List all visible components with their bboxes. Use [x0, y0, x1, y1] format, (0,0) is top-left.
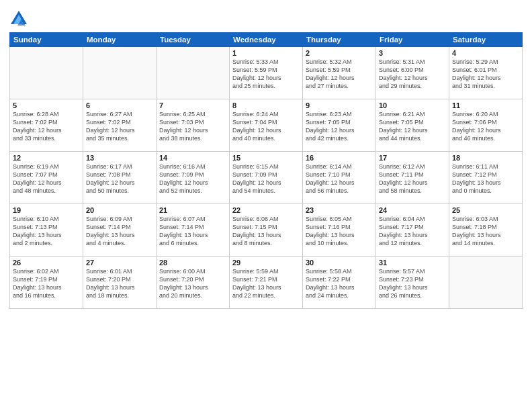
day-number: 11 — [452, 101, 519, 109]
day-number: 9 — [306, 101, 373, 109]
day-number: 18 — [452, 154, 519, 162]
calendar-cell — [83, 47, 157, 99]
day-info: Sunrise: 5:57 AM Sunset: 7:23 PM Dayligh… — [379, 267, 446, 300]
day-info: Sunrise: 6:10 AM Sunset: 7:13 PM Dayligh… — [13, 215, 80, 248]
day-number: 17 — [379, 154, 446, 162]
day-number: 23 — [306, 206, 373, 214]
calendar-cell: 14Sunrise: 6:16 AM Sunset: 7:09 PM Dayli… — [157, 152, 230, 204]
day-info: Sunrise: 6:24 AM Sunset: 7:04 PM Dayligh… — [232, 110, 300, 143]
calendar-cell: 30Sunrise: 5:58 AM Sunset: 7:22 PM Dayli… — [303, 257, 376, 309]
day-number: 31 — [379, 259, 446, 267]
calendar-week-2: 5Sunrise: 6:28 AM Sunset: 7:02 PM Daylig… — [10, 99, 523, 152]
day-info: Sunrise: 5:33 AM Sunset: 5:59 PM Dayligh… — [232, 58, 300, 91]
col-header-wednesday: Wednesday — [230, 33, 303, 47]
col-header-friday: Friday — [376, 33, 449, 47]
day-number: 19 — [13, 206, 80, 214]
calendar-cell: 27Sunrise: 6:01 AM Sunset: 7:20 PM Dayli… — [83, 257, 157, 309]
day-number: 20 — [86, 206, 153, 214]
day-info: Sunrise: 6:11 AM Sunset: 7:12 PM Dayligh… — [452, 163, 519, 195]
calendar-cell: 22Sunrise: 6:06 AM Sunset: 7:15 PM Dayli… — [230, 204, 303, 257]
day-info: Sunrise: 6:03 AM Sunset: 7:18 PM Dayligh… — [452, 215, 519, 248]
calendar-cell: 6Sunrise: 6:27 AM Sunset: 7:02 PM Daylig… — [83, 99, 157, 152]
day-number: 13 — [86, 154, 153, 162]
col-header-saturday: Saturday — [449, 33, 523, 47]
day-info: Sunrise: 6:20 AM Sunset: 7:06 PM Dayligh… — [452, 110, 519, 143]
day-number: 4 — [452, 49, 519, 57]
day-info: Sunrise: 6:28 AM Sunset: 7:02 PM Dayligh… — [13, 110, 80, 143]
day-info: Sunrise: 5:59 AM Sunset: 7:21 PM Dayligh… — [232, 267, 300, 300]
calendar-cell: 28Sunrise: 6:00 AM Sunset: 7:20 PM Dayli… — [157, 257, 230, 309]
calendar-week-1: 1Sunrise: 5:33 AM Sunset: 5:59 PM Daylig… — [10, 47, 523, 99]
day-number: 6 — [86, 101, 153, 109]
logo-icon — [9, 9, 28, 28]
day-info: Sunrise: 5:58 AM Sunset: 7:22 PM Dayligh… — [306, 267, 373, 300]
day-number: 21 — [159, 206, 226, 214]
day-info: Sunrise: 6:04 AM Sunset: 7:17 PM Dayligh… — [379, 215, 446, 248]
day-number: 26 — [13, 259, 80, 267]
calendar-cell — [449, 257, 523, 309]
day-number: 10 — [379, 101, 446, 109]
day-number: 29 — [232, 259, 300, 267]
calendar-cell: 4Sunrise: 5:29 AM Sunset: 6:01 PM Daylig… — [449, 47, 523, 99]
day-number: 12 — [13, 154, 80, 162]
calendar-cell: 11Sunrise: 6:20 AM Sunset: 7:06 PM Dayli… — [449, 99, 523, 152]
day-info: Sunrise: 6:00 AM Sunset: 7:20 PM Dayligh… — [159, 267, 226, 300]
calendar-cell — [10, 47, 83, 99]
day-info: Sunrise: 6:06 AM Sunset: 7:15 PM Dayligh… — [232, 215, 300, 248]
day-info: Sunrise: 6:27 AM Sunset: 7:02 PM Dayligh… — [86, 110, 153, 143]
calendar-table: SundayMondayTuesdayWednesdayThursdayFrid… — [9, 32, 523, 309]
day-number: 3 — [379, 49, 446, 57]
calendar-cell: 16Sunrise: 6:14 AM Sunset: 7:10 PM Dayli… — [303, 152, 376, 204]
calendar-cell: 10Sunrise: 6:21 AM Sunset: 7:05 PM Dayli… — [376, 99, 449, 152]
calendar-cell: 2Sunrise: 5:32 AM Sunset: 5:59 PM Daylig… — [303, 47, 376, 99]
day-info: Sunrise: 6:07 AM Sunset: 7:14 PM Dayligh… — [159, 215, 226, 248]
day-number: 30 — [306, 259, 373, 267]
logo — [9, 9, 31, 28]
day-info: Sunrise: 6:21 AM Sunset: 7:05 PM Dayligh… — [379, 110, 446, 143]
day-info: Sunrise: 6:14 AM Sunset: 7:10 PM Dayligh… — [306, 163, 373, 195]
calendar-header-row: SundayMondayTuesdayWednesdayThursdayFrid… — [10, 33, 523, 47]
day-info: Sunrise: 5:31 AM Sunset: 6:00 PM Dayligh… — [379, 58, 446, 91]
day-info: Sunrise: 6:25 AM Sunset: 7:03 PM Dayligh… — [159, 110, 226, 143]
calendar-cell: 7Sunrise: 6:25 AM Sunset: 7:03 PM Daylig… — [157, 99, 230, 152]
day-info: Sunrise: 6:16 AM Sunset: 7:09 PM Dayligh… — [159, 163, 226, 195]
day-number: 14 — [159, 154, 226, 162]
calendar-cell: 18Sunrise: 6:11 AM Sunset: 7:12 PM Dayli… — [449, 152, 523, 204]
col-header-tuesday: Tuesday — [157, 33, 230, 47]
calendar-cell: 5Sunrise: 6:28 AM Sunset: 7:02 PM Daylig… — [10, 99, 83, 152]
calendar-cell — [157, 47, 230, 99]
calendar-week-4: 19Sunrise: 6:10 AM Sunset: 7:13 PM Dayli… — [10, 204, 523, 257]
calendar-week-3: 12Sunrise: 6:19 AM Sunset: 7:07 PM Dayli… — [10, 152, 523, 204]
calendar-cell: 9Sunrise: 6:23 AM Sunset: 7:05 PM Daylig… — [303, 99, 376, 152]
day-info: Sunrise: 5:32 AM Sunset: 5:59 PM Dayligh… — [306, 58, 373, 91]
day-info: Sunrise: 6:12 AM Sunset: 7:11 PM Dayligh… — [379, 163, 446, 195]
page: SundayMondayTuesdayWednesdayThursdayFrid… — [0, 0, 532, 411]
day-number: 16 — [306, 154, 373, 162]
calendar-cell: 24Sunrise: 6:04 AM Sunset: 7:17 PM Dayli… — [376, 204, 449, 257]
day-info: Sunrise: 6:09 AM Sunset: 7:14 PM Dayligh… — [86, 215, 153, 248]
day-info: Sunrise: 5:29 AM Sunset: 6:01 PM Dayligh… — [452, 58, 519, 91]
calendar-cell: 23Sunrise: 6:05 AM Sunset: 7:16 PM Dayli… — [303, 204, 376, 257]
day-number: 25 — [452, 206, 519, 214]
day-number: 1 — [232, 49, 300, 57]
day-info: Sunrise: 6:01 AM Sunset: 7:20 PM Dayligh… — [86, 267, 153, 300]
calendar-cell: 8Sunrise: 6:24 AM Sunset: 7:04 PM Daylig… — [230, 99, 303, 152]
day-info: Sunrise: 6:05 AM Sunset: 7:16 PM Dayligh… — [306, 215, 373, 248]
calendar-cell: 17Sunrise: 6:12 AM Sunset: 7:11 PM Dayli… — [376, 152, 449, 204]
calendar-cell: 26Sunrise: 6:02 AM Sunset: 7:19 PM Dayli… — [10, 257, 83, 309]
calendar-cell: 29Sunrise: 5:59 AM Sunset: 7:21 PM Dayli… — [230, 257, 303, 309]
day-info: Sunrise: 6:23 AM Sunset: 7:05 PM Dayligh… — [306, 110, 373, 143]
day-info: Sunrise: 6:17 AM Sunset: 7:08 PM Dayligh… — [86, 163, 153, 195]
day-info: Sunrise: 6:19 AM Sunset: 7:07 PM Dayligh… — [13, 163, 80, 195]
col-header-sunday: Sunday — [10, 33, 83, 47]
day-number: 7 — [159, 101, 226, 109]
col-header-monday: Monday — [83, 33, 157, 47]
calendar-cell: 3Sunrise: 5:31 AM Sunset: 6:00 PM Daylig… — [376, 47, 449, 99]
day-info: Sunrise: 6:02 AM Sunset: 7:19 PM Dayligh… — [13, 267, 80, 300]
day-number: 2 — [306, 49, 373, 57]
calendar-cell: 15Sunrise: 6:15 AM Sunset: 7:09 PM Dayli… — [230, 152, 303, 204]
calendar-cell: 19Sunrise: 6:10 AM Sunset: 7:13 PM Dayli… — [10, 204, 83, 257]
day-number: 15 — [232, 154, 300, 162]
day-number: 28 — [159, 259, 226, 267]
calendar-cell: 25Sunrise: 6:03 AM Sunset: 7:18 PM Dayli… — [449, 204, 523, 257]
